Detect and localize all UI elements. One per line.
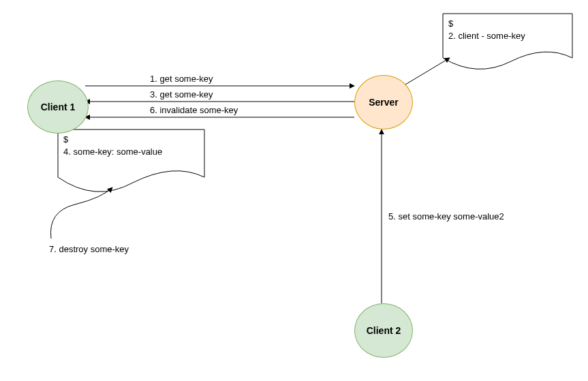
server-node: Server — [354, 75, 413, 129]
edge-label-7: 7. destroy some-key — [49, 244, 129, 254]
edge-label-5: 5. set some-key some-value2 — [388, 211, 504, 222]
server-note: $ 2. client - some-key — [443, 14, 572, 48]
client-1-label: Client 1 — [41, 102, 76, 112]
client-note-line: 4. some-key: some-value — [63, 147, 162, 157]
client-1-node: Client 1 — [27, 80, 89, 134]
client-2-node: Client 2 — [354, 303, 413, 358]
edge-label-1: 1. get some-key — [150, 74, 213, 84]
client-note: $ 4. some-key: some-value — [58, 129, 204, 164]
edge-server-to-note — [405, 58, 450, 85]
server-note-line: 2. client - some-key — [448, 31, 525, 41]
diagram-canvas — [0, 0, 588, 381]
edge-destroy-some-key — [50, 187, 112, 239]
edge-label-3: 3. get some-key — [150, 89, 213, 100]
server-label: Server — [369, 97, 399, 108]
client-note-dollar: $ — [63, 134, 199, 146]
client-2-label: Client 2 — [367, 325, 401, 336]
edge-label-6: 6. invalidate some-key — [150, 105, 238, 115]
server-note-dollar: $ — [448, 18, 567, 30]
